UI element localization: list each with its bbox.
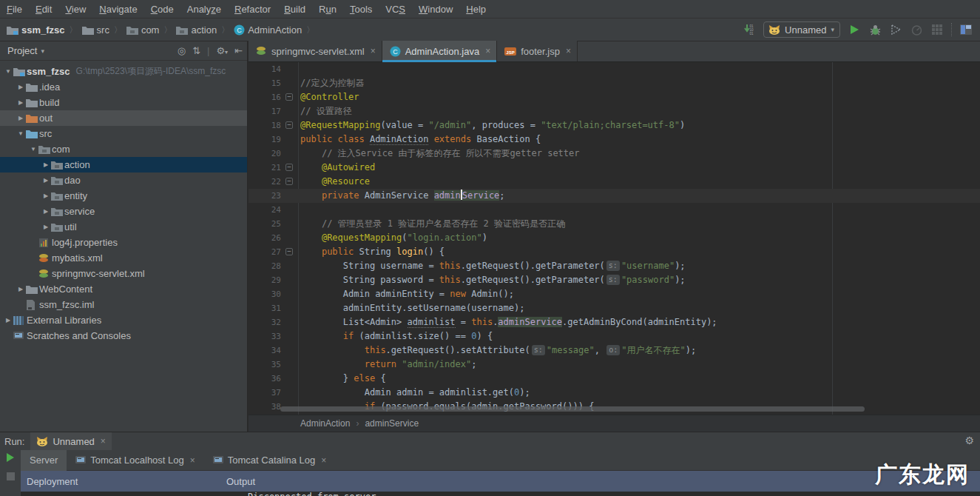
console-tab-server[interactable]: Server <box>21 450 67 471</box>
code-line-16[interactable]: 16–@Controller <box>249 90 980 104</box>
collapse-all-icon[interactable]: ⇅ <box>192 45 200 56</box>
close-icon[interactable]: × <box>321 455 326 466</box>
layout-button[interactable] <box>959 23 973 36</box>
grid-button[interactable] <box>930 23 944 36</box>
close-icon[interactable]: × <box>485 46 490 56</box>
tree-item-ssm-fzsc[interactable]: ▼ssm_fzscG:\tmp\2523\项目源码-IDEA\ssm_fzsc <box>0 64 247 79</box>
menu-build[interactable]: Build <box>277 1 312 17</box>
menu-help[interactable]: Help <box>459 1 493 17</box>
code-line-18[interactable]: 18–@RequestMapping(value = "/admin", pro… <box>249 118 980 133</box>
project-panel-title[interactable]: Project ▾ <box>7 45 44 56</box>
tree-expand-arrow-icon[interactable]: ▶ <box>16 99 26 106</box>
tree-expand-arrow-icon[interactable]: ▼ <box>3 68 13 75</box>
breadcrumb-item-action[interactable]: action <box>174 23 219 37</box>
update-button[interactable]: 011001 <box>743 23 756 36</box>
code-line-32[interactable]: 32 List<Admin> adminlist = this.adminSer… <box>249 315 980 329</box>
code-line-33[interactable]: 33 if (adminlist.size() == 0) { <box>249 329 980 343</box>
code-line-19[interactable]: 19public class AdminAction extends BaseA… <box>249 133 980 147</box>
tree-item-springmvc-servlet-xml[interactable]: springmvc-servlet.xml <box>0 266 247 281</box>
menu-edit[interactable]: Edit <box>29 1 58 17</box>
tree-expand-arrow-icon[interactable]: ▶ <box>41 161 51 168</box>
menu-vcs[interactable]: VCS <box>379 1 412 17</box>
fold-marker-icon[interactable]: – <box>285 93 293 101</box>
console-tab-tomcat-catalina-log[interactable]: Tomcat Catalina Log× <box>204 450 336 471</box>
close-icon[interactable]: × <box>566 46 571 56</box>
code-line-27[interactable]: 27– public String login() { <box>249 245 980 259</box>
fold-marker-icon[interactable]: – <box>285 164 293 171</box>
close-icon[interactable]: × <box>371 46 376 56</box>
tree-item-entity[interactable]: ▶entity <box>0 188 247 204</box>
code-line-14[interactable]: 14 <box>249 62 980 76</box>
tree-item-src[interactable]: ▼src <box>0 126 247 141</box>
horizontal-scrollbar[interactable] <box>280 406 865 412</box>
tree-expand-arrow-icon[interactable]: ▶ <box>16 115 26 121</box>
tree-expand-arrow-icon[interactable]: ▶ <box>41 177 51 184</box>
code-line-29[interactable]: 29 String password = this.getRequest().g… <box>249 273 980 287</box>
tree-expand-arrow-icon[interactable]: ▶ <box>16 286 26 292</box>
code-line-34[interactable]: 34 this.getRequest().setAttribute(s:"mes… <box>249 343 980 358</box>
code-line-26[interactable]: 26 @RequestMapping("login.action") <box>249 231 980 245</box>
tree-item-com[interactable]: ▼com <box>0 141 247 157</box>
run-button[interactable] <box>848 23 861 36</box>
console-tab-tomcat-localhost-log[interactable]: Tomcat Localhost Log× <box>67 450 203 471</box>
editor-tab-footer-jsp[interactable]: JSPfooter.jsp× <box>497 41 578 61</box>
run-config-tab[interactable]: Unnamed × <box>30 432 111 450</box>
code-line-30[interactable]: 30 Admin adminEntity = new Admin(); <box>249 287 980 301</box>
tree-expand-arrow-icon[interactable]: ▶ <box>41 208 51 215</box>
code-line-28[interactable]: 28 String username = this.getRequest().g… <box>249 259 980 273</box>
deployment-column-header[interactable]: Deployment <box>21 476 220 487</box>
menu-refactor[interactable]: Refactor <box>228 1 277 17</box>
gear-icon[interactable]: ⚙▾ <box>216 45 228 56</box>
breadcrumb-item-adminaction[interactable]: CAdminAction <box>232 23 304 37</box>
debug-button[interactable] <box>868 23 882 36</box>
fold-marker-icon[interactable]: – <box>285 178 293 185</box>
menu-navigate[interactable]: Navigate <box>92 1 143 17</box>
code-line-35[interactable]: 35 return "admin/index"; <box>249 358 980 372</box>
code-line-24[interactable]: 24 <box>249 203 980 217</box>
code-line-15[interactable]: 15//定义为控制器 <box>249 76 980 90</box>
run-configuration-select[interactable]: Unnamed▾ <box>763 21 840 38</box>
menu-tools[interactable]: Tools <box>343 1 379 17</box>
hide-panel-icon[interactable]: ⇤ <box>234 45 243 56</box>
code-line-25[interactable]: 25 // 管理员登录 1 验证用户名是否存在 2 验证密码是否正确 <box>249 217 980 231</box>
editor-tab-springmvc-servlet-xml[interactable]: springmvc-servlet.xml× <box>249 41 382 61</box>
code-line-23[interactable]: 23 private AdminService adminService; <box>249 189 980 203</box>
breadcrumb-item-src[interactable]: src <box>80 23 112 37</box>
close-icon[interactable]: × <box>190 455 195 466</box>
editor-breadcrumb-adminaction[interactable]: AdminAction <box>300 418 350 429</box>
output-column-header[interactable]: Output <box>220 476 255 487</box>
code-editor[interactable]: 1415//定义为控制器16–@Controller17// 设置路径18–@R… <box>249 62 980 415</box>
breadcrumb-item-ssm_fzsc[interactable]: ssm_fzsc <box>4 23 67 37</box>
tree-item-log4j-properties[interactable]: log4j.properties <box>0 235 247 250</box>
menu-view[interactable]: View <box>58 1 92 17</box>
rerun-button[interactable] <box>6 453 15 462</box>
code-line-17[interactable]: 17// 设置路径 <box>249 104 980 118</box>
tree-item-service[interactable]: ▶service <box>0 204 247 219</box>
tree-item--idea[interactable]: ▶.idea <box>0 79 247 95</box>
breadcrumb-item-com[interactable]: com <box>124 23 162 37</box>
tree-expand-arrow-icon[interactable]: ▶ <box>16 84 26 90</box>
fold-marker-icon[interactable]: – <box>285 121 293 129</box>
menu-code[interactable]: Code <box>144 1 180 17</box>
tree-expand-arrow-icon[interactable]: ▶ <box>3 317 13 324</box>
profiler-button[interactable] <box>910 23 923 36</box>
tree-item-dao[interactable]: ▶dao <box>0 172 247 188</box>
menu-window[interactable]: Window <box>412 1 459 17</box>
tree-item-ssm-fzsc-iml[interactable]: ssm_fzsc.iml <box>0 297 247 312</box>
tree-item-out[interactable]: ▶out <box>0 110 247 126</box>
code-line-36[interactable]: 36 } else { <box>249 372 980 386</box>
tree-item-scratches-and-consoles[interactable]: Scratches and Consoles <box>0 328 247 343</box>
locate-icon[interactable]: ◎ <box>178 45 186 56</box>
gear-icon[interactable]: ⚙ <box>964 435 974 446</box>
tree-expand-arrow-icon[interactable]: ▶ <box>41 224 51 230</box>
tree-item-build[interactable]: ▶build <box>0 95 247 110</box>
tree-expand-arrow-icon[interactable]: ▶ <box>41 192 51 199</box>
menu-run[interactable]: Run <box>312 1 343 17</box>
code-line-31[interactable]: 31 adminEntity.setUsername(username); <box>249 301 980 315</box>
tree-item-webcontent[interactable]: ▶WebContent <box>0 281 247 297</box>
code-line-37[interactable]: 37 Admin admin = adminlist.get(0); <box>249 386 980 400</box>
tree-item-util[interactable]: ▶util <box>0 219 247 235</box>
menu-analyze[interactable]: Analyze <box>180 1 228 17</box>
stop-button[interactable] <box>7 472 15 480</box>
close-icon[interactable]: × <box>101 436 106 446</box>
